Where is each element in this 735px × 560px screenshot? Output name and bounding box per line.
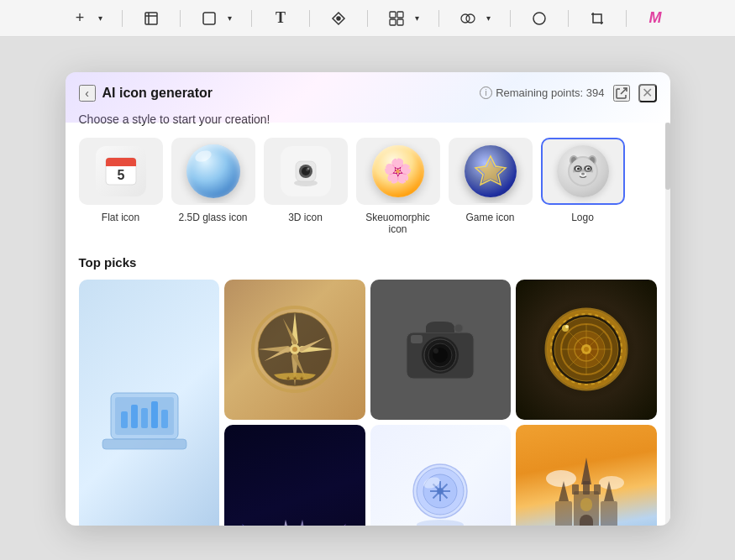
- svg-rect-101: [572, 484, 579, 495]
- frame-tool-button[interactable]: [139, 7, 163, 30]
- laptop-svg: [94, 368, 203, 477]
- 3d-icon-label: 3D icon: [288, 212, 323, 223]
- pick-item-camera[interactable]: [370, 280, 512, 421]
- pick-item-clockwork[interactable]: [516, 280, 657, 421]
- svg-rect-6: [397, 12, 403, 18]
- svg-text:5: 5: [117, 168, 124, 182]
- style-card-glass[interactable]: 2.5D glass icon: [171, 138, 255, 235]
- add-tool-button[interactable]: +: [68, 7, 92, 30]
- rect-tool-dropdown[interactable]: ▾: [224, 7, 234, 30]
- back-button[interactable]: ‹: [79, 85, 96, 102]
- mask-tool-dropdown[interactable]: ▾: [483, 7, 493, 30]
- info-icon[interactable]: i: [480, 86, 492, 99]
- style-card-game[interactable]: Game icon: [449, 138, 533, 235]
- style-card-3d[interactable]: 3D icon: [264, 138, 348, 235]
- svg-point-9: [461, 14, 470, 23]
- game-icon-label: Game icon: [465, 212, 514, 223]
- modal-header-left: ‹ AI icon generator: [79, 85, 213, 102]
- component-tool-dropdown[interactable]: ▾: [412, 7, 422, 30]
- modal-title: AI icon generator: [102, 86, 213, 101]
- add-tool-dropdown[interactable]: ▾: [95, 7, 105, 30]
- svg-rect-107: [555, 501, 572, 526]
- svg-point-38: [581, 172, 585, 175]
- external-link-button[interactable]: [613, 85, 630, 102]
- svg-rect-41: [121, 411, 128, 428]
- modal-header: ‹ AI icon generator i Remaining points: …: [66, 72, 670, 113]
- style-card-skeuomorphic[interactable]: 🌸 Skeuomorphic icon: [356, 138, 440, 235]
- pick-item-compass[interactable]: ★ ★ ★: [224, 280, 365, 421]
- rect-tool-group: ▾: [197, 7, 234, 30]
- svg-point-98: [546, 470, 576, 487]
- picks-grid: ★ ★ ★: [79, 280, 657, 526]
- pick-item-laptop[interactable]: [79, 280, 220, 526]
- svg-rect-5: [390, 12, 396, 18]
- svg-point-96: [438, 489, 443, 494]
- canvas-area: ‹ AI icon generator i Remaining points: …: [0, 37, 735, 560]
- skeuomorphic-icon-thumb: 🌸: [356, 138, 440, 205]
- svg-point-4: [337, 17, 340, 20]
- remaining-points-label: Remaining points: 394: [496, 86, 604, 99]
- coin-svg: [394, 449, 486, 526]
- rect-tool-button[interactable]: [197, 7, 221, 30]
- compass-svg: ★ ★ ★: [244, 299, 345, 400]
- picks-section-title: Top picks: [79, 255, 657, 270]
- style-grid: 5 Flat icon 2.5D glass icon: [79, 138, 657, 235]
- svg-rect-42: [131, 405, 138, 428]
- circle-tool-button[interactable]: [528, 7, 551, 30]
- toolbar-separator-9: [626, 10, 627, 27]
- svg-point-83: [565, 325, 569, 328]
- pick-item-bird[interactable]: [224, 425, 365, 526]
- game-icon-thumb: [449, 138, 533, 205]
- frame-tool-group: [139, 7, 163, 30]
- svg-rect-7: [390, 19, 396, 25]
- 3d-icon-thumb: [264, 138, 348, 205]
- svg-rect-46: [102, 439, 186, 449]
- svg-point-84: [244, 517, 344, 526]
- svg-rect-103: [594, 484, 601, 495]
- magic-tool-button[interactable]: M: [643, 7, 667, 30]
- svg-rect-105: [580, 498, 592, 511]
- svg-point-22: [307, 168, 309, 170]
- svg-rect-15: [106, 164, 136, 166]
- remaining-points: i Remaining points: 394: [480, 86, 604, 99]
- svg-point-66: [433, 348, 438, 353]
- style-card-logo[interactable]: Logo: [541, 138, 625, 235]
- style-card-flat[interactable]: 5 Flat icon: [79, 138, 163, 235]
- scroll-thumb[interactable]: [665, 123, 670, 190]
- glass-icon-thumb: [171, 138, 255, 205]
- scroll-track[interactable]: [665, 123, 670, 526]
- svg-marker-104: [581, 458, 591, 484]
- pick-item-castle[interactable]: [516, 425, 657, 526]
- component-tool-button[interactable]: [385, 7, 408, 30]
- svg-point-99: [599, 476, 624, 489]
- flat-icon-thumb: 5: [79, 138, 163, 205]
- toolbar-separator-7: [510, 10, 511, 27]
- svg-text:★ ★ ★: ★ ★ ★: [286, 375, 304, 381]
- svg-point-68: [454, 324, 463, 332]
- mask-tool-button[interactable]: [456, 7, 480, 30]
- logo-icon-label: Logo: [571, 212, 594, 223]
- mask-tool-group: ▾: [456, 7, 493, 30]
- crop-tool-button[interactable]: [585, 7, 609, 30]
- skeuomorphic-icon-label: Skeuomorphic icon: [365, 212, 432, 235]
- toolbar-separator-2: [180, 10, 181, 27]
- toolbar-separator-8: [568, 10, 569, 27]
- svg-rect-0: [145, 13, 157, 24]
- modal-header-right: i Remaining points: 394 ✕: [480, 84, 656, 102]
- flat-icon-label: Flat icon: [102, 212, 139, 223]
- bird-svg: [234, 507, 355, 526]
- pick-item-coin[interactable]: [370, 425, 512, 526]
- component-tool-group: ▾: [385, 7, 422, 30]
- svg-line-12: [621, 88, 627, 94]
- svg-point-11: [533, 13, 545, 24]
- text-tool-button[interactable]: T: [269, 7, 292, 30]
- camera-svg: [394, 303, 486, 395]
- svg-rect-45: [161, 410, 168, 428]
- toolbar-separator-3: [251, 10, 252, 27]
- modal-content: Choose a style to start your creation! 5: [66, 113, 670, 526]
- svg-rect-108: [601, 501, 617, 526]
- pen-tool-button[interactable]: [327, 7, 350, 30]
- close-button[interactable]: ✕: [638, 84, 657, 102]
- svg-rect-67: [411, 335, 423, 343]
- svg-point-10: [466, 14, 475, 23]
